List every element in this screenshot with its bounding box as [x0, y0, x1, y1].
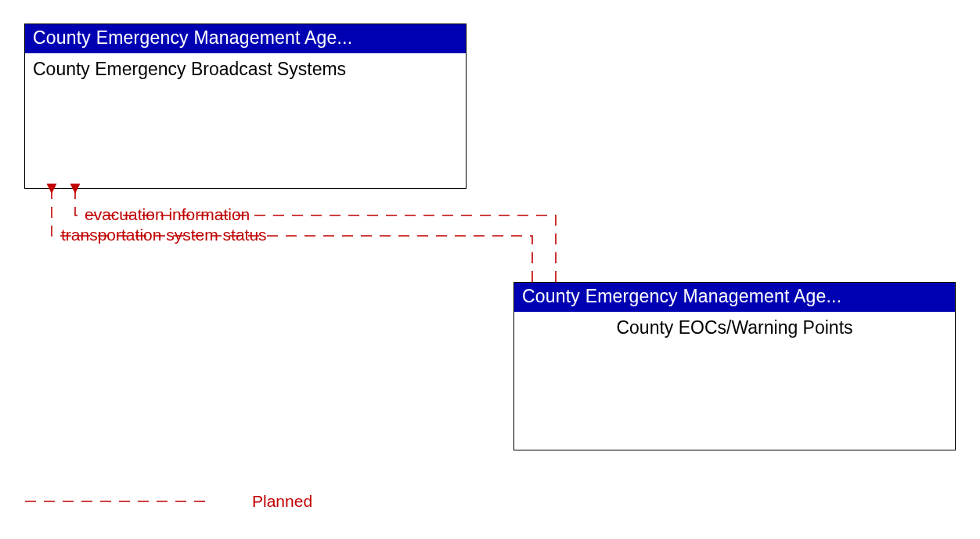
diagram-canvas: County Emergency Management Age... Count…: [0, 0, 980, 539]
node-header-right: County Emergency Management Age...: [514, 283, 955, 312]
legend-label-planned: Planned: [252, 492, 312, 511]
node-body-right: County EOCs/Warning Points: [514, 312, 955, 344]
flow-label-evacuation-information: evacuation information: [85, 205, 250, 224]
flow-line-evacuation-information: [75, 191, 556, 282]
flow-line-transportation-system-status: [52, 191, 532, 282]
node-county-eocs-warning-points: County Emergency Management Age... Count…: [513, 282, 956, 450]
flow-label-transportation-system-status: transportation system status: [61, 226, 267, 244]
node-county-emergency-broadcast-systems: County Emergency Management Age... Count…: [24, 24, 467, 189]
node-header-left: County Emergency Management Age...: [25, 24, 466, 53]
node-body-left: County Emergency Broadcast Systems: [25, 53, 466, 85]
